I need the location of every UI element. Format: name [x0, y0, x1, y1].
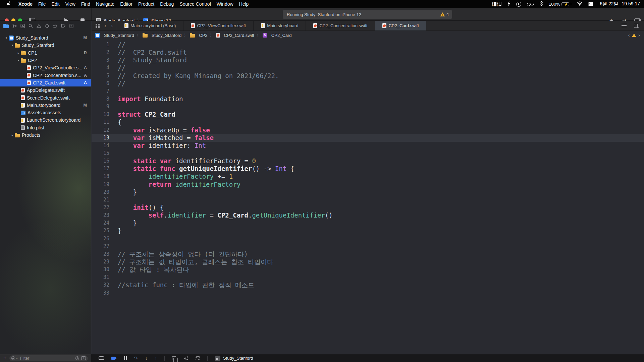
code-line[interactable]: 25} [92, 227, 644, 235]
navigator-row[interactable]: CP2_ViewController.s...A [0, 64, 91, 71]
code-line[interactable]: 17 static func getUniqueIdentifier() -> … [92, 165, 644, 173]
line-number[interactable]: 15 [92, 149, 112, 157]
back-button[interactable]: ‹ [104, 21, 106, 31]
menu-item-view[interactable]: View [65, 1, 75, 7]
menu-item-source-control[interactable]: Source Control [179, 1, 211, 7]
line-number[interactable]: 25 [92, 227, 112, 235]
code-line[interactable]: 6// [92, 80, 644, 87]
navigator-row[interactable]: ▾Study_Stanford [0, 42, 91, 49]
line-number[interactable]: 24 [92, 219, 112, 227]
line-number[interactable]: 9 [92, 103, 112, 111]
menu-item-debug[interactable]: Debug [160, 1, 174, 7]
code-line[interactable]: 4// [92, 64, 644, 72]
add-file-button[interactable]: + [3, 355, 7, 361]
navigator-row[interactable]: CP2_Card.swiftA [0, 79, 91, 86]
tab-main-storyboard[interactable]: Main.storyboard [253, 21, 306, 31]
code-line[interactable]: 2// CP2_Card.swift [92, 49, 644, 56]
code-line[interactable]: 31 [92, 274, 644, 281]
menu-item-editor[interactable]: Editor [120, 1, 132, 7]
bluetooth-icon[interactable] [539, 1, 543, 7]
breakpoint-navigator-icon[interactable] [61, 24, 66, 28]
debug-navigator-icon[interactable] [53, 24, 57, 28]
chevron-down-icon[interactable]: ▾ [10, 44, 15, 47]
line-number[interactable]: 19 [92, 181, 112, 188]
line-number[interactable]: 32 [92, 281, 112, 289]
code-line[interactable]: 7 [92, 87, 644, 95]
issue-badge[interactable]: 4 [440, 12, 449, 17]
line-number[interactable]: 6 [92, 80, 112, 87]
navigator-row[interactable]: ▾CP2 [0, 57, 91, 64]
code-line[interactable]: 9 [92, 103, 644, 111]
navigator-row[interactable]: SceneDelegate.swift [0, 94, 91, 101]
line-number[interactable]: 1 [92, 41, 112, 49]
line-number[interactable]: 7 [92, 87, 112, 95]
navigator-row[interactable]: Info.plist [0, 124, 91, 131]
navigator-row[interactable]: Main.storyboardM [0, 102, 91, 109]
breadcrumb-item[interactable]: CP2 [190, 33, 207, 38]
menu-item-navigate[interactable]: Navigate [96, 1, 114, 7]
code-line[interactable]: 3// Study_Stanford [92, 56, 644, 64]
issue-navigator-icon[interactable] [37, 24, 41, 28]
line-number[interactable]: 20 [92, 188, 112, 196]
tab-cp2-card-swift[interactable]: CP2_Card.swift [375, 21, 426, 31]
test-navigator-icon[interactable] [45, 24, 49, 28]
code-line[interactable]: 8import Foundation [92, 95, 644, 103]
code-line[interactable]: 23 self.identifier = CP2_Card.getUniqueI… [92, 212, 644, 219]
running-app-label[interactable]: Study_Stanford [223, 356, 253, 361]
apple-menu-icon[interactable] [7, 1, 11, 7]
code-line[interactable]: 19 return identifierFactory [92, 181, 644, 188]
line-number[interactable]: 10 [92, 111, 112, 118]
code-line[interactable]: 32//static func : 타입에 관한 정적 메소드 [92, 281, 644, 289]
navigator-row[interactable]: ▸Products [0, 131, 91, 139]
code-line[interactable]: 30// 값 타입 : 복사된다 [92, 266, 644, 274]
wifi-icon[interactable] [577, 1, 583, 7]
code-line[interactable]: 33 [92, 289, 644, 297]
line-number[interactable]: 28 [92, 250, 112, 258]
line-number[interactable]: 11 [92, 118, 112, 126]
line-number[interactable]: 16 [92, 157, 112, 165]
source-editor[interactable]: 1//2// CP2_Card.swift3// Study_Stanford4… [92, 40, 644, 354]
filter-input[interactable]: ⌄ Filter ± [9, 355, 88, 361]
tab-main-storyboard-base-[interactable]: Main.storyboard (Base) [117, 21, 183, 31]
next-issue-button[interactable]: › [638, 33, 640, 38]
battery-indicator[interactable]: 100% ⚡ [549, 2, 572, 7]
chevron-down-icon[interactable]: ▾ [4, 36, 9, 40]
menu-item-window[interactable]: Window [217, 1, 233, 7]
memory-graph-icon[interactable] [183, 356, 188, 360]
code-line[interactable]: 16 static var identifierFactory = 0 [92, 157, 644, 165]
lightning-icon[interactable] [507, 1, 511, 7]
tab-cp2-viewcontroller-swift[interactable]: CP2_ViewController.swift [183, 21, 253, 31]
code-line[interactable]: 29// 구조체는 값 타입이고, 클래스는 참조 타입이다 [92, 258, 644, 266]
code-line[interactable]: 20 } [92, 188, 644, 196]
breadcrumb-item[interactable]: SCP2_Card [263, 33, 292, 38]
glasses-icon[interactable] [527, 2, 534, 6]
breakpoints-toggle-icon[interactable] [111, 357, 117, 360]
breadcrumb-item[interactable]: Study_Stanford [143, 33, 182, 38]
navigator-row[interactable]: ▾Study_StanfordM [0, 34, 91, 42]
navigator-row[interactable]: Assets.xcassets [0, 109, 91, 116]
chevron-right-icon[interactable]: ▸ [10, 133, 15, 137]
add-editor-icon[interactable] [634, 24, 639, 28]
code-line[interactable]: 14 var identifier: Int [92, 142, 644, 149]
menu-item-product[interactable]: Product [138, 1, 154, 7]
line-number[interactable]: 4 [92, 64, 112, 72]
line-number[interactable]: 14 [92, 142, 112, 149]
code-line[interactable]: 1// [92, 41, 644, 49]
navigator-row[interactable]: AppDelegate.swift [0, 86, 91, 94]
recent-files-icon[interactable] [75, 356, 79, 360]
code-line[interactable]: 12 var isFaceUp = false [92, 126, 644, 134]
code-line[interactable]: 28// 구조체는 상속성이 없다 (더 간단하다) [92, 250, 644, 258]
forward-button[interactable]: › [111, 21, 113, 31]
line-number[interactable]: 17 [92, 165, 112, 173]
step-out-icon[interactable]: ↑ [155, 356, 157, 361]
chevron-down-icon[interactable]: ▾ [16, 59, 21, 62]
breadcrumb-item[interactable]: Study_Stanford [95, 33, 134, 38]
line-number[interactable]: 5 [92, 72, 112, 80]
mem-cpu-monitor-icon[interactable]: MEM CPU [492, 2, 501, 7]
menu-item-find[interactable]: Find [81, 1, 90, 7]
pause-execution-icon[interactable] [124, 356, 127, 360]
code-line[interactable]: 18 identifierFactory += 1 [92, 173, 644, 180]
menu-item-file[interactable]: File [38, 1, 46, 7]
editor-options-icon[interactable] [622, 24, 627, 27]
line-number[interactable]: 21 [92, 196, 112, 204]
